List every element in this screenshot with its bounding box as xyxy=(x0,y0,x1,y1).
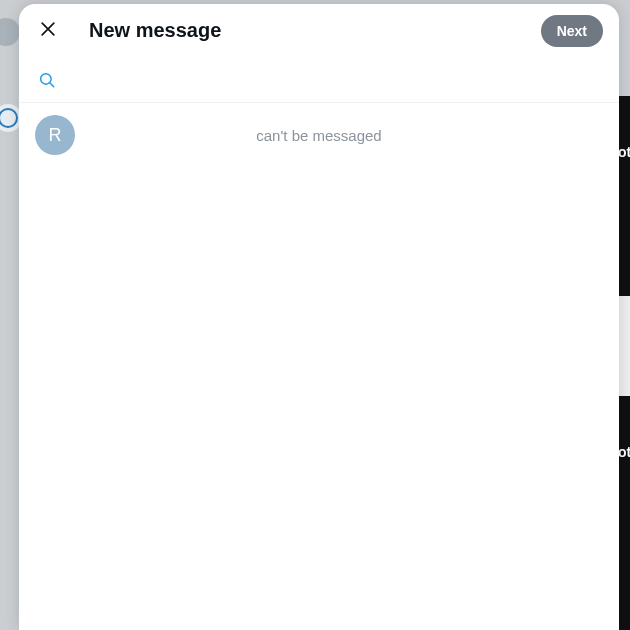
results-list: R can't be messaged xyxy=(19,103,619,630)
search-row xyxy=(19,57,619,103)
cannot-message-text: can't be messaged xyxy=(61,127,577,144)
modal-header: New message Next xyxy=(19,4,619,57)
close-button[interactable] xyxy=(31,14,65,48)
search-input[interactable] xyxy=(63,65,607,94)
result-body: can't be messaged xyxy=(87,127,603,144)
background-text: ot xyxy=(618,144,630,160)
search-icon xyxy=(31,71,63,89)
result-row[interactable]: R can't be messaged xyxy=(19,103,619,167)
background-text: ot xyxy=(618,444,630,460)
svg-line-3 xyxy=(50,83,54,87)
modal-title: New message xyxy=(89,19,541,42)
next-button[interactable]: Next xyxy=(541,15,603,47)
close-icon xyxy=(38,19,58,42)
new-message-modal: New message Next R can't be messaged xyxy=(19,4,619,630)
background-avatar xyxy=(0,18,20,46)
